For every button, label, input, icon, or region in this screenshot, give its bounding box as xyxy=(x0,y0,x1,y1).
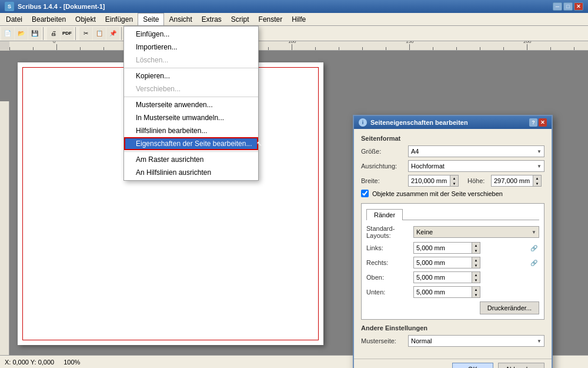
druckraender-button[interactable]: Druckeränder... xyxy=(480,301,539,314)
oben-label: Oben: xyxy=(366,274,413,281)
dialog-help-button[interactable]: ? xyxy=(529,118,537,127)
menu-hilfe[interactable]: Hilfe xyxy=(287,13,310,26)
ausrichtung-select[interactable]: Hochformat ▼ xyxy=(408,160,544,172)
unten-spin-down[interactable]: ▼ xyxy=(472,292,480,297)
groesse-row: Größe: A4 ▼ xyxy=(361,145,544,157)
menu-item-hilfslinien-ausrichten[interactable]: An Hilfslinien ausrichten xyxy=(124,166,258,179)
menu-item-eigenschaften[interactable]: Eigenschaften der Seite bearbeiten... ↖ xyxy=(124,137,258,150)
menu-objekt[interactable]: Objekt xyxy=(71,13,101,26)
seitenformat-title: Seitenformat xyxy=(361,135,544,142)
paste-button[interactable]: 📌 xyxy=(106,27,119,40)
groesse-value: A4 xyxy=(411,148,419,155)
dropdown-sep-1 xyxy=(124,68,258,68)
andere-einstellungen-title: Andere Einstellungen xyxy=(361,324,544,331)
toolbar-sep-1 xyxy=(43,27,45,40)
hoehe-spin-up[interactable]: ▲ xyxy=(533,175,541,181)
rechts-row: Rechts: ▲ ▼ 🔗 xyxy=(366,257,539,268)
groesse-select[interactable]: A4 ▼ xyxy=(408,145,544,157)
unten-spin-up[interactable]: ▲ xyxy=(472,287,480,292)
ausrichtung-value: Hochformat xyxy=(411,163,445,170)
oben-spin: ▲ ▼ xyxy=(472,271,480,283)
unten-label: Unten: xyxy=(366,289,413,296)
menu-item-einfuegen[interactable]: Einfügen... xyxy=(124,28,258,41)
seite-dropdown-menu: Einfügen... Importieren... Löschen... Ko… xyxy=(123,26,259,181)
ok-button[interactable]: OK xyxy=(452,363,493,368)
links-spin-up[interactable]: ▲ xyxy=(472,243,480,248)
rechts-spin: ▲ ▼ xyxy=(472,257,480,268)
menu-extras[interactable]: Extras xyxy=(197,13,226,26)
copy-button[interactable]: 📋 xyxy=(93,27,106,40)
dimensions-row: Breite: ▲ ▼ Höhe: ▲ ▼ xyxy=(361,175,544,187)
hoehe-spin-down[interactable]: ▼ xyxy=(533,181,541,186)
menu-item-importieren[interactable]: Importieren... xyxy=(124,41,258,54)
links-label: Links: xyxy=(366,244,413,251)
menu-item-musterseite-umwandeln[interactable]: In Musterseite umwandeln... xyxy=(124,111,258,124)
unten-spin: ▲ ▼ xyxy=(472,286,480,298)
andere-einstellungen-section: Andere Einstellungen Musterseite: Normal… xyxy=(361,324,544,347)
hoehe-spin: ▲ ▼ xyxy=(533,175,542,187)
oben-input[interactable] xyxy=(413,271,472,283)
status-zoom: 100% xyxy=(64,359,80,366)
close-button[interactable]: ✕ xyxy=(574,2,583,11)
app-icon: S xyxy=(5,2,14,11)
menu-bearbeiten[interactable]: Bearbeiten xyxy=(27,13,71,26)
seiteneigenschaften-dialog: i Seiteneigenschaften bearbeiten ? ✕ Sei… xyxy=(353,115,553,368)
rechts-label: Rechts: xyxy=(366,259,413,266)
rechts-input-group: ▲ ▼ xyxy=(413,257,529,268)
pdf-button[interactable]: PDF xyxy=(61,27,74,40)
links-spin: ▲ ▼ xyxy=(472,242,480,254)
menu-item-verschieben: Verschieben... xyxy=(124,82,258,95)
oben-spin-up[interactable]: ▲ xyxy=(472,272,480,277)
hoehe-input[interactable] xyxy=(491,175,533,187)
ausrichtung-row: Ausrichtung: Hochformat ▼ xyxy=(361,160,544,172)
standard-layouts-value: Keine xyxy=(416,228,433,236)
breite-spin-up[interactable]: ▲ xyxy=(450,175,458,181)
maximize-button[interactable]: □ xyxy=(563,2,573,11)
abbrechen-button[interactable]: Abbrechen xyxy=(498,363,544,368)
dialog-close-button[interactable]: ✕ xyxy=(539,118,547,127)
save-button[interactable]: 💾 xyxy=(28,27,41,40)
link-icon-2: 🔗 xyxy=(529,260,539,266)
dialog-titlebar-buttons: ? ✕ xyxy=(529,118,547,127)
oben-spin-down[interactable]: ▼ xyxy=(472,277,480,283)
menu-item-hilfslinien-bearbeiten[interactable]: Hilfslinien bearbeiten... xyxy=(124,124,258,137)
new-button[interactable]: 📄 xyxy=(1,27,14,40)
menu-item-kopieren[interactable]: Kopieren... xyxy=(124,69,258,82)
ruler-vertical xyxy=(0,101,9,355)
unten-row: Unten: ▲ ▼ xyxy=(366,286,539,298)
menu-seite[interactable]: Seite xyxy=(138,13,164,26)
dialog-icon: i xyxy=(359,118,367,127)
links-row: Links: ▲ ▼ 🔗 xyxy=(366,242,539,254)
breite-spin: ▲ ▼ xyxy=(450,175,459,187)
cursor-icon: ↖ xyxy=(256,140,262,148)
dialog-title: Seiteneigenschaften bearbeiten xyxy=(370,119,468,126)
menu-item-musterseite-anwenden[interactable]: Musterseite anwenden... xyxy=(124,98,258,111)
minimize-button[interactable]: ─ xyxy=(553,2,562,11)
toolbar: 📄 📂 💾 🖨 PDF ✂ 📋 📌 ↩ ↪ 🔍 🔎 # ∥ xyxy=(0,26,588,41)
standard-layouts-select[interactable]: Keine ▼ xyxy=(413,226,539,238)
menu-einfuegen[interactable]: Einfügen xyxy=(101,13,138,26)
links-input-group: ▲ ▼ xyxy=(413,242,529,254)
hoehe-input-group: ▲ ▼ xyxy=(491,175,544,187)
links-input[interactable] xyxy=(413,242,472,254)
cut-button[interactable]: ✂ xyxy=(79,27,92,40)
menu-script[interactable]: Script xyxy=(226,13,254,26)
links-spin-down[interactable]: ▼ xyxy=(472,248,480,253)
menu-datei[interactable]: Datei xyxy=(1,13,27,26)
menu-bar: Datei Bearbeiten Objekt Einfügen Seite A… xyxy=(0,13,588,26)
breite-input[interactable] xyxy=(408,175,450,187)
unten-input[interactable] xyxy=(413,286,472,298)
rechts-input[interactable] xyxy=(413,257,472,268)
rechts-spin-up[interactable]: ▲ xyxy=(472,257,480,263)
menu-ansicht[interactable]: Ansicht xyxy=(164,13,196,26)
menu-item-raster-ausrichten[interactable]: Am Raster ausrichten xyxy=(124,153,258,166)
tab-raender[interactable]: Ränder xyxy=(366,209,403,220)
musterseite-select[interactable]: Normal ▼ xyxy=(408,335,544,347)
objekte-verschieben-checkbox[interactable] xyxy=(361,190,369,197)
breite-spin-down[interactable]: ▼ xyxy=(450,181,458,186)
menu-fenster[interactable]: Fenster xyxy=(254,13,288,26)
open-button[interactable]: 📂 xyxy=(15,27,28,40)
print-button[interactable]: 🖨 xyxy=(47,27,60,40)
rechts-spin-down[interactable]: ▼ xyxy=(472,263,480,268)
dialog-titlebar: i Seiteneigenschaften bearbeiten ? ✕ xyxy=(354,116,552,129)
